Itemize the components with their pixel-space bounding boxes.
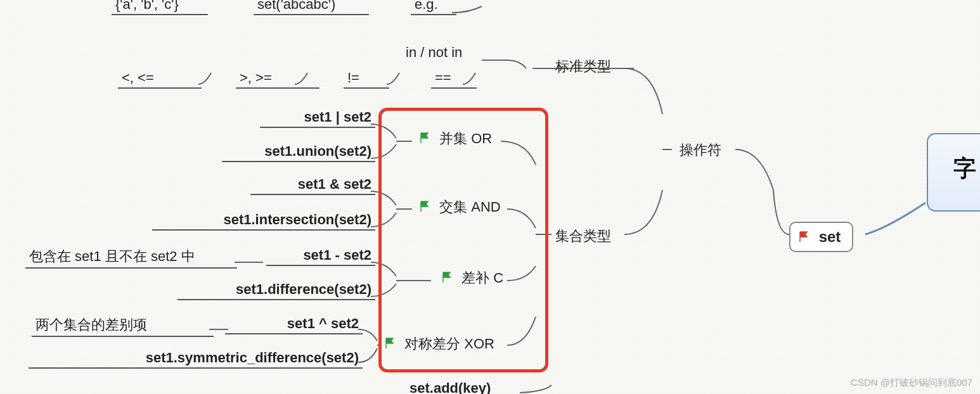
- node-intersection-function: set1.intersection(set2): [152, 212, 375, 231]
- node-set-root-text: set: [819, 228, 841, 245]
- node-set-type: 集合类型: [551, 227, 615, 247]
- node-set-literal: {'a', 'b', 'c'}: [112, 0, 208, 15]
- node-symmetric-label: 对称差分 XOR: [380, 334, 498, 355]
- watermark: CSDN @打破砂锅问到底007: [851, 377, 972, 389]
- node-in-notin: in / not in: [402, 44, 466, 62]
- node-intersection-label-text: 交集 AND: [439, 199, 501, 215]
- node-eq: ==: [431, 70, 477, 89]
- node-gt-ge: >, >=: [236, 70, 319, 89]
- node-lt-le: <, <=: [118, 70, 202, 89]
- node-difference-operator: set1 - set2: [266, 247, 375, 266]
- node-union-label-text: 并集 OR: [439, 130, 492, 146]
- node-set-add: set.add(key): [406, 380, 494, 394]
- node-symmetric-operator: set1 ^ set2: [225, 315, 363, 334]
- node-union-label: 并集 OR: [415, 129, 496, 149]
- node-operators: 操作符: [676, 141, 725, 161]
- node-standard-type: 标准类型: [551, 57, 615, 77]
- node-set-constructor: set('abcabc'): [254, 0, 369, 15]
- node-root-topic[interactable]: 字: [927, 133, 980, 212]
- flag-icon: [419, 200, 432, 213]
- node-difference-desc: 包含在 set1 且不在 set2 中: [25, 247, 237, 269]
- node-difference-label: 差补 C: [437, 269, 507, 289]
- node-root-topic-text: 字: [953, 155, 976, 181]
- node-set-root[interactable]: set: [789, 222, 853, 252]
- node-intersection-operator: set1 & set2: [250, 176, 375, 195]
- flag-icon: [441, 271, 454, 284]
- node-symmetric-function: set1.symmetric_difference(set2): [29, 350, 363, 369]
- node-intersection-label: 交集 AND: [415, 198, 505, 218]
- node-union-operator: set1 | set2: [260, 109, 375, 128]
- node-ne: !=: [344, 70, 389, 89]
- node-difference-function: set1.difference(set2): [177, 281, 375, 300]
- node-symmetric-label-text: 对称差分 XOR: [404, 336, 494, 352]
- flag-icon: [419, 132, 432, 144]
- node-difference-label-text: 差补 C: [461, 270, 503, 286]
- flag-icon: [384, 337, 397, 350]
- node-union-function: set1.union(set2): [222, 143, 375, 162]
- flag-icon: [798, 231, 811, 243]
- node-eg: e.g.: [411, 0, 456, 15]
- node-symmetric-desc: 两个集合的差别项: [32, 315, 214, 337]
